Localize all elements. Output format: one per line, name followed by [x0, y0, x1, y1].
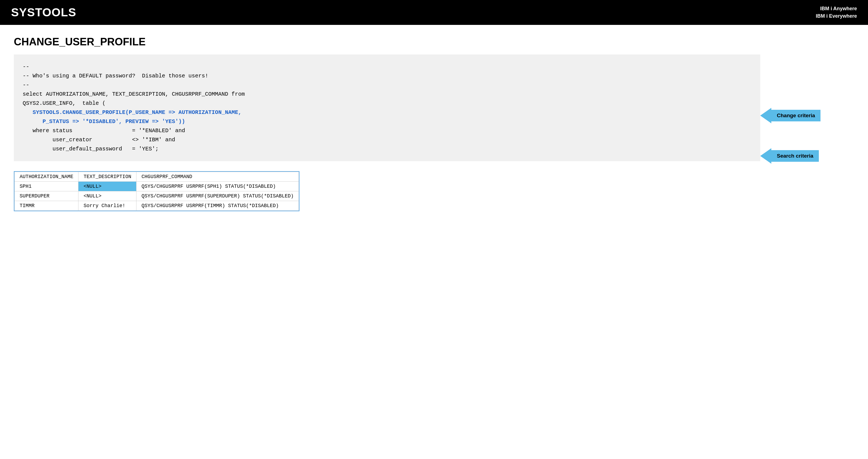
table-row: TIMMR Sorry Charlie! QSYS/CHGUSRPRF USRP… [14, 201, 299, 211]
result-table: AUTHORIZATION_NAME TEXT_DESCRIPTION CHGU… [14, 172, 299, 211]
search-criteria-label: Search criteria [771, 150, 819, 162]
arrow-spacer [760, 123, 854, 148]
app-title: SYSTOOLS [11, 6, 76, 19]
code-line-5: QSYS2.USER_INFO, table ( [23, 99, 751, 108]
code-block: -- -- Who's using a DEFAULT password? Di… [14, 55, 760, 161]
cell-auth-name: TIMMR [14, 201, 79, 211]
code-line-3: -- [23, 81, 751, 90]
code-blue-2: P_STATUS => '*DISABLED', PREVIEW => 'YES… [42, 118, 185, 125]
cell-chg-command: QSYS/CHGUSRPRF USRPRF(SPH1) STATUS(*DISA… [136, 182, 299, 191]
arrow-pointer-search [760, 148, 771, 164]
code-line-4: select AUTHORIZATION_NAME, TEXT_DESCRIPT… [23, 90, 751, 99]
arrows-area: Change criteria Search criteria [760, 55, 854, 164]
change-criteria-label: Change criteria [771, 110, 820, 121]
result-table-wrapper: AUTHORIZATION_NAME TEXT_DESCRIPTION CHGU… [14, 171, 300, 211]
code-line-8: where status = '*ENABLED' and [23, 126, 751, 135]
search-criteria-arrow: Search criteria [760, 148, 854, 164]
cell-text-desc: <NULL> [79, 191, 136, 201]
header: SYSTOOLS IBM i Anywhere IBM i Everywhere [0, 0, 868, 25]
tagline-line2: IBM i Everywhere [816, 12, 857, 20]
code-line-10: user_default_password = 'YES'; [23, 144, 751, 153]
cell-text-desc: Sorry Charlie! [79, 201, 136, 211]
cell-chg-command: QSYS/CHGUSRPRF USRPRF(SUPERDUPER) STATUS… [136, 191, 299, 201]
table-header-row: AUTHORIZATION_NAME TEXT_DESCRIPTION CHGU… [14, 172, 299, 182]
code-area: -- -- Who's using a DEFAULT password? Di… [14, 55, 760, 212]
code-line-7: P_STATUS => '*DISABLED', PREVIEW => 'YES… [23, 117, 751, 126]
code-line-9: user_creator <> '*IBM' and [23, 135, 751, 144]
table-row: SUPERDUPER <NULL> QSYS/CHGUSRPRF USRPRF(… [14, 191, 299, 201]
cell-text-desc-highlighted: <NULL> [79, 182, 136, 191]
code-line-2: -- Who's using a DEFAULT password? Disab… [23, 71, 751, 81]
cell-chg-command: QSYS/CHGUSRPRF USRPRF(TIMMR) STATUS(*DIS… [136, 201, 299, 211]
table-row: SPH1 <NULL> QSYS/CHGUSRPRF USRPRF(SPH1) … [14, 182, 299, 191]
header-tagline: IBM i Anywhere IBM i Everywhere [816, 5, 857, 20]
cell-auth-name: SPH1 [14, 182, 79, 191]
code-section: -- -- Who's using a DEFAULT password? Di… [14, 55, 854, 212]
col-text-desc: TEXT_DESCRIPTION [79, 172, 136, 182]
cell-auth-name: SUPERDUPER [14, 191, 79, 201]
col-auth-name: AUTHORIZATION_NAME [14, 172, 79, 182]
code-blue-1: SYSTOOLS.CHANGE_USER_PROFILE(P_USER_NAME… [33, 109, 242, 116]
code-line-6: SYSTOOLS.CHANGE_USER_PROFILE(P_USER_NAME… [23, 108, 751, 117]
main-content: CHANGE_USER_PROFILE -- -- Who's using a … [0, 25, 868, 223]
tagline-line1: IBM i Anywhere [816, 5, 857, 12]
page-title: CHANGE_USER_PROFILE [14, 36, 854, 48]
code-line-1: -- [23, 62, 751, 71]
col-chg-command: CHGUSRPRF_COMMAND [136, 172, 299, 182]
arrow-pointer-change [760, 108, 771, 123]
change-criteria-arrow: Change criteria [760, 108, 854, 123]
